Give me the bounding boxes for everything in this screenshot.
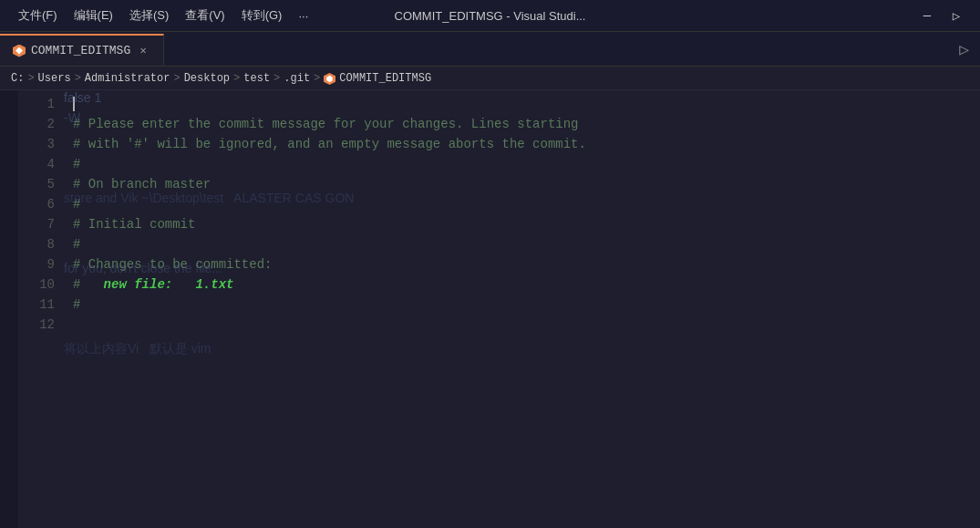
breadcrumb-c[interactable]: C: bbox=[11, 72, 24, 85]
minimize-button[interactable]: — bbox=[914, 3, 940, 28]
menu-more[interactable]: ··· bbox=[291, 5, 315, 26]
code-line-6: # bbox=[73, 194, 980, 214]
breadcrumb-desktop[interactable]: Desktop bbox=[184, 72, 230, 85]
breadcrumb-sep-5: > bbox=[314, 72, 320, 85]
menu-goto[interactable]: 转到(G) bbox=[234, 4, 290, 27]
breadcrumb-sep-3: > bbox=[233, 72, 240, 85]
window-controls: — ▷ bbox=[914, 3, 969, 28]
run-button[interactable]: ▷ bbox=[959, 39, 969, 59]
tab-label: COMMIT_EDITMSG bbox=[31, 44, 130, 57]
menu-file[interactable]: 文件(F) bbox=[11, 4, 65, 27]
code-line-4: # bbox=[73, 154, 980, 174]
code-line-11: # bbox=[73, 295, 980, 315]
code-line-7: # Initial commit bbox=[73, 214, 980, 234]
maximize-button[interactable]: ▷ bbox=[944, 3, 969, 28]
breadcrumb: C: > Users > Administrator > Desktop > t… bbox=[0, 67, 980, 90]
code-line-8: # bbox=[73, 234, 980, 254]
breadcrumb-sep-0: > bbox=[27, 72, 34, 85]
code-line-10: # new file: 1.txt bbox=[73, 274, 980, 295]
left-gutter bbox=[0, 90, 18, 528]
breadcrumb-users[interactable]: Users bbox=[38, 72, 71, 85]
breadcrumb-sep-1: > bbox=[75, 72, 81, 85]
line-numbers: 1 2 3 4 5 6 7 8 9 10 11 12 bbox=[18, 90, 64, 528]
code-line-12 bbox=[73, 315, 980, 335]
git-file-icon bbox=[13, 45, 26, 57]
breadcrumb-administrator[interactable]: Administrator bbox=[85, 72, 170, 85]
menu-edit[interactable]: 编辑(E) bbox=[67, 4, 120, 27]
tab-close-button[interactable]: ✕ bbox=[136, 44, 150, 58]
code-line-5: # On branch master bbox=[73, 174, 980, 194]
title-bar: 文件(F) 编辑(E) 选择(S) 查看(V) 转到(G) ··· COMMIT… bbox=[0, 0, 980, 32]
breadcrumb-filename[interactable]: COMMIT_EDITMSG bbox=[339, 72, 431, 85]
breadcrumb-sep-2: > bbox=[173, 72, 180, 85]
code-line-3: # with '#' will be ignored, and an empty… bbox=[73, 134, 980, 154]
tab-commit-editmsg[interactable]: COMMIT_EDITMSG ✕ bbox=[0, 34, 164, 66]
editor-area: 1 2 3 4 5 6 7 8 9 10 11 12 false 1 -W st… bbox=[0, 90, 980, 528]
breadcrumb-git[interactable]: .git bbox=[284, 72, 310, 85]
menu-bar: 文件(F) 编辑(E) 选择(S) 查看(V) 转到(G) ··· bbox=[11, 4, 315, 27]
breadcrumb-test[interactable]: test bbox=[243, 72, 270, 85]
overlay-vim: 将以上内容Vi 默认是 vim bbox=[64, 341, 211, 357]
code-line-2: # Please enter the commit message for yo… bbox=[73, 114, 980, 134]
menu-select[interactable]: 选择(S) bbox=[122, 4, 176, 27]
breadcrumb-sep-4: > bbox=[273, 72, 280, 85]
git-icon-breadcrumb bbox=[324, 73, 335, 85]
text-cursor bbox=[73, 97, 75, 111]
window-title: COMMIT_EDITMSG - Visual Studi... bbox=[395, 9, 586, 23]
menu-view[interactable]: 查看(V) bbox=[178, 4, 232, 27]
tab-bar: COMMIT_EDITMSG ✕ ▷ bbox=[0, 32, 980, 67]
code-content[interactable]: false 1 -W store and Vik ~\Desktop\test … bbox=[64, 90, 980, 528]
code-line-9: # Changes to be committed: bbox=[73, 254, 980, 274]
code-line-1 bbox=[73, 94, 980, 114]
